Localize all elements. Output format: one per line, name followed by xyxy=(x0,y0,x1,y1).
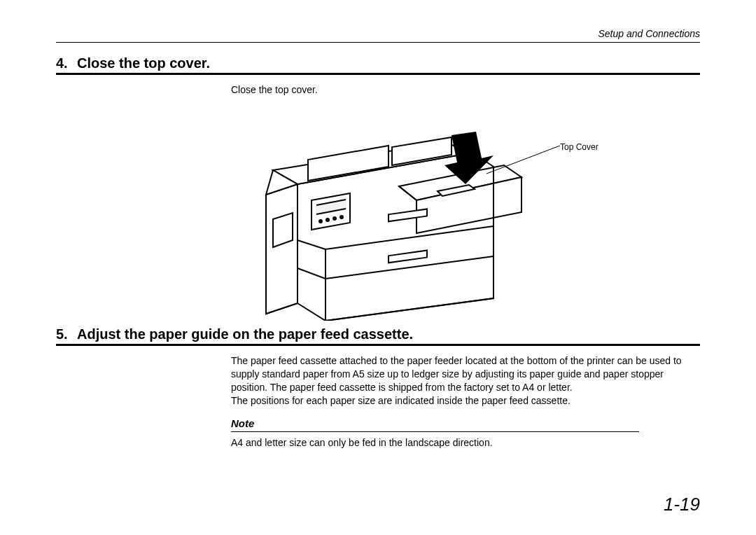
svg-point-27 xyxy=(333,217,336,220)
step4-underline xyxy=(56,73,700,75)
step4-heading: 4. Close the top cover. xyxy=(56,55,700,71)
step5-body1: The paper feed cassette attached to the … xyxy=(231,354,693,394)
top-cover-label: Top Cover xyxy=(560,142,598,152)
svg-point-26 xyxy=(326,218,329,221)
note-body: A4 and letter size can only be fed in th… xyxy=(231,436,693,450)
printer-figure: Top Cover xyxy=(56,104,700,321)
svg-line-31 xyxy=(486,146,560,174)
page-number: 1-19 xyxy=(664,494,700,515)
step5-underline xyxy=(56,344,700,346)
note-block: Note A4 and letter size can only be fed … xyxy=(231,407,693,449)
svg-marker-2 xyxy=(266,184,298,314)
chapter-title: Setup and Connections xyxy=(56,28,700,39)
step5-number: 5. xyxy=(56,326,77,342)
printer-illustration xyxy=(56,104,700,321)
step4-number: 4. xyxy=(56,55,77,71)
svg-point-25 xyxy=(319,220,322,223)
step5-heading: 5. Adjust the paper guide on the paper f… xyxy=(56,326,700,342)
note-heading: Note xyxy=(231,417,639,431)
step5-title: Adjust the paper guide on the paper feed… xyxy=(77,326,413,342)
header-divider xyxy=(56,42,700,43)
step4-title: Close the top cover. xyxy=(77,55,210,71)
step4-body: Close the top cover. xyxy=(231,83,693,97)
step5-body2: The positions for each paper size are in… xyxy=(231,394,693,408)
svg-point-28 xyxy=(340,216,343,218)
manual-page: Setup and Connections 4. Close the top c… xyxy=(0,0,756,535)
